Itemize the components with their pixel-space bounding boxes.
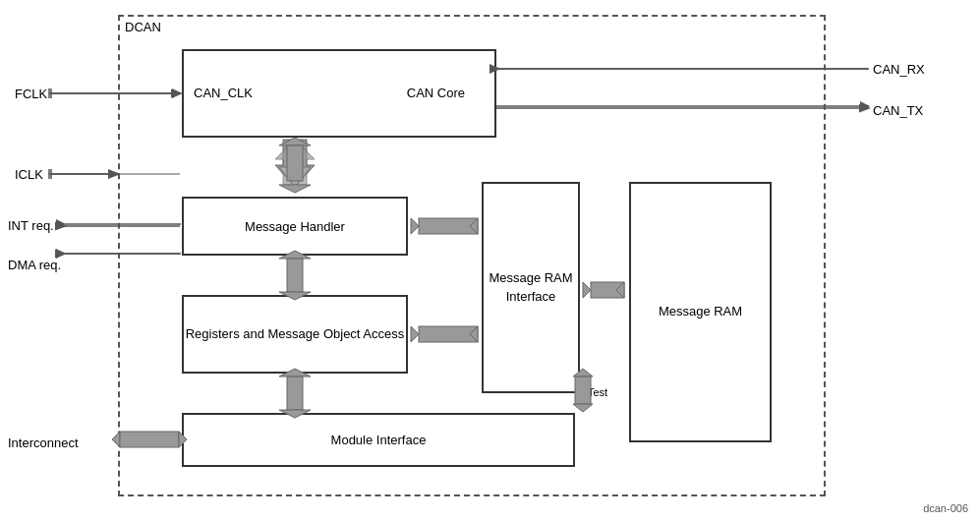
iclk-label: ICLK: [15, 167, 43, 182]
interconnect-label: Interconnect: [8, 435, 79, 450]
test-label: Test: [588, 386, 607, 398]
fclk-label: FCLK: [15, 87, 47, 101]
watermark-label: dcan-006: [923, 502, 968, 514]
message-ram-interface-box: Message RAM Interface: [482, 182, 580, 393]
module-interface-box: Module Interface: [182, 413, 575, 467]
dma-req-label: DMA req.: [8, 258, 61, 272]
dcan-label: DCAN: [125, 20, 161, 34]
can-clk-text: CAN_CLK: [194, 86, 253, 100]
diagram-container: DCAN CAN_CLK CAN Core Message Handler Me…: [0, 0, 980, 522]
can-tx-label: CAN_TX: [873, 103, 923, 118]
message-ram-label: Message RAM: [659, 303, 742, 320]
message-handler-box: Message Handler: [182, 197, 408, 256]
message-handler-label: Message Handler: [245, 219, 345, 234]
can-core-box: CAN_CLK CAN Core: [182, 49, 496, 138]
module-interface-label: Module Interface: [331, 433, 427, 447]
can-rx-label: CAN_RX: [873, 62, 925, 77]
message-ram-box: Message RAM: [629, 182, 772, 442]
int-req-label: INT req.: [8, 218, 54, 233]
registers-label: Registers and Message Object Access: [186, 325, 405, 343]
registers-box: Registers and Message Object Access: [182, 295, 408, 374]
can-core-text: CAN Core: [407, 86, 465, 100]
message-ram-interface-label: Message RAM Interface: [484, 269, 578, 305]
